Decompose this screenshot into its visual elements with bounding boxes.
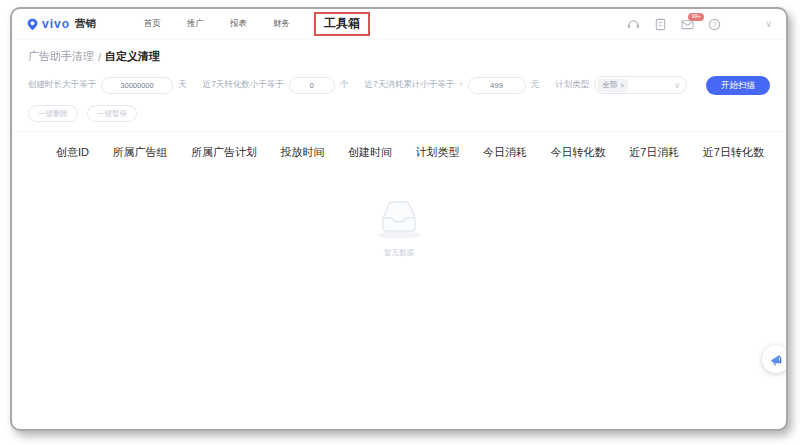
document-icon[interactable] — [654, 18, 667, 31]
nav-item-promotion[interactable]: 推广 — [187, 18, 204, 30]
filter-bar: 创建时长大于等于 天 近7天转化数小于等于 个 近7天消耗累计小于等于? 元 计… — [12, 69, 786, 99]
conv7-unit: 个 — [340, 79, 349, 91]
breadcrumb-parent[interactable]: 广告助手清理 — [28, 49, 94, 64]
plan-type-label: 计划类型 — [555, 79, 589, 91]
nav-right-icons: 99+ ? ∨ — [627, 18, 772, 31]
logo-suffix: 营销 — [75, 17, 96, 31]
select-chevron-down-icon: ∨ — [674, 81, 680, 90]
breadcrumb-current: 自定义清理 — [105, 49, 160, 64]
plan-type-tag-text: 全部 — [602, 80, 617, 90]
one-click-delete-button[interactable]: 一键删除 — [28, 105, 78, 123]
col-creative-id[interactable]: 创意ID — [56, 145, 89, 160]
created-duration-input[interactable] — [101, 77, 173, 94]
vivo-pin-icon — [26, 18, 39, 31]
col-today-cost[interactable]: 今日消耗 — [483, 145, 527, 160]
support-megaphone-icon — [769, 352, 784, 367]
floating-support-button[interactable] — [762, 345, 788, 373]
nav-item-home[interactable]: 首页 — [144, 18, 161, 30]
conv7-label: 近7天转化数小于等于 — [203, 79, 284, 91]
plan-type-select[interactable]: 全部 × ∨ — [594, 76, 687, 94]
empty-box-icon — [370, 194, 428, 240]
cost7-input[interactable] — [468, 77, 526, 94]
col-plan-type[interactable]: 计划类型 — [416, 145, 460, 160]
col-ad-plan[interactable]: 所属广告计划 — [191, 145, 257, 160]
nav-item-reports[interactable]: 报表 — [230, 18, 247, 30]
nav-menu: 首页 推广 报表 财务 — [144, 18, 290, 30]
created-duration-label: 创建时长大于等于 — [28, 79, 96, 91]
customer-service-icon[interactable] — [627, 18, 640, 31]
nav-item-toolbox-highlighted[interactable]: 工具箱 — [314, 12, 370, 36]
breadcrumb: 广告助手清理 / 自定义清理 — [12, 39, 786, 69]
help-icon[interactable]: ? — [708, 18, 721, 31]
breadcrumb-separator: / — [98, 51, 101, 63]
empty-state-text: 暂无数据 — [384, 248, 414, 258]
one-click-pause-button[interactable]: 一键暂停 — [87, 105, 137, 123]
col-7day-conversions[interactable]: 近7日转化数 — [703, 145, 764, 160]
conv7-input[interactable] — [289, 77, 335, 94]
col-today-conversions[interactable]: 今日转化数 — [551, 145, 606, 160]
cost7-help-icon[interactable]: ? — [459, 82, 462, 88]
user-menu-chevron-down-icon[interactable]: ∨ — [765, 19, 772, 29]
col-create-time[interactable]: 创建时间 — [348, 145, 392, 160]
cost7-unit: 元 — [531, 79, 540, 91]
created-duration-unit: 天 — [178, 79, 187, 91]
bulk-actions: 一键删除 一键暂停 — [12, 99, 786, 132]
logo-text: vivo — [42, 17, 70, 31]
col-ad-group[interactable]: 所属广告组 — [113, 145, 168, 160]
app-window: vivo 营销 首页 推广 报表 财务 工具箱 99+ ? ∨ — [10, 7, 788, 431]
tag-remove-icon[interactable]: × — [620, 82, 624, 89]
table-header-row: 创意ID 所属广告组 所属广告计划 投放时间 创建时间 计划类型 今日消耗 今日… — [12, 131, 786, 172]
col-7day-cost[interactable]: 近7日消耗 — [629, 145, 679, 160]
svg-text:?: ? — [713, 20, 717, 27]
col-delivery-time[interactable]: 投放时间 — [281, 145, 325, 160]
mail-badge: 99+ — [688, 13, 703, 22]
mail-icon[interactable]: 99+ — [681, 18, 694, 31]
nav-item-finance[interactable]: 财务 — [273, 18, 290, 30]
brand-logo[interactable]: vivo 营销 — [26, 17, 96, 31]
cost7-label: 近7天消耗累计小于等于 — [364, 79, 454, 91]
empty-state: 暂无数据 — [12, 194, 786, 258]
start-scan-button[interactable]: 开始扫描 — [706, 76, 770, 95]
plan-type-selected-tag: 全部 × — [598, 79, 628, 92]
top-nav: vivo 营销 首页 推广 报表 财务 工具箱 99+ ? ∨ — [12, 9, 786, 39]
